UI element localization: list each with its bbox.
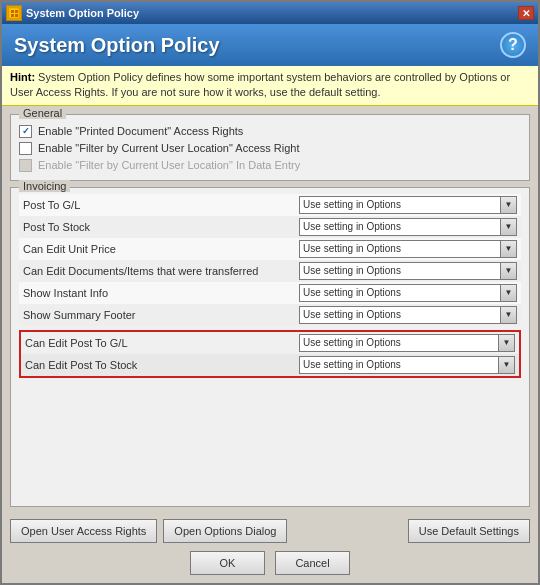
checkbox-label-2: Enable "Filter by Current User Location"… bbox=[38, 142, 300, 154]
hint-text: System Option Policy defines how some im… bbox=[10, 71, 510, 98]
close-button[interactable]: ✕ bbox=[518, 6, 534, 20]
dialog-buttons: OK Cancel bbox=[2, 547, 538, 583]
dropdown-text: Use setting in Options bbox=[300, 197, 500, 213]
svg-rect-3 bbox=[11, 14, 14, 17]
invoicing-settings: Post To G/L Use setting in Options ▼ Pos… bbox=[19, 194, 521, 378]
title-bar-text: System Option Policy bbox=[26, 7, 139, 19]
dropdown-instant-info[interactable]: Use setting in Options ▼ bbox=[299, 284, 517, 302]
dropdown-edit-unit-price[interactable]: Use setting in Options ▼ bbox=[299, 240, 517, 258]
table-row: Show Instant Info Use setting in Options… bbox=[19, 282, 521, 304]
title-bar: System Option Policy ✕ bbox=[2, 2, 538, 24]
row-label: Can Edit Unit Price bbox=[19, 238, 295, 260]
use-default-settings-button[interactable]: Use Default Settings bbox=[408, 519, 530, 543]
table-row: Can Edit Post To G/L Use setting in Opti… bbox=[20, 331, 520, 354]
dropdown-edit-docs[interactable]: Use setting in Options ▼ bbox=[299, 262, 517, 280]
dropdown-text: Use setting in Options bbox=[300, 335, 498, 351]
row-label: Post To Stock bbox=[19, 216, 295, 238]
table-row: Post To G/L Use setting in Options ▼ bbox=[19, 194, 521, 216]
invoicing-group-title: Invoicing bbox=[19, 180, 70, 192]
svg-rect-1 bbox=[11, 10, 14, 13]
dropdown-arrow-icon[interactable]: ▼ bbox=[500, 241, 516, 257]
row-label: Show Summary Footer bbox=[19, 304, 295, 326]
footer-buttons: Open User Access Rights Open Options Dia… bbox=[2, 515, 538, 547]
dropdown-arrow-icon[interactable]: ▼ bbox=[498, 335, 514, 351]
dropdown-text: Use setting in Options bbox=[300, 263, 500, 279]
checkbox-row-1: ✓ Enable "Printed Document" Access Right… bbox=[19, 125, 521, 138]
highlighted-settings-table: Can Edit Post To G/L Use setting in Opti… bbox=[19, 330, 521, 378]
hint-label: Hint: bbox=[10, 71, 35, 83]
checkbox-row-2: Enable "Filter by Current User Location"… bbox=[19, 142, 521, 155]
settings-table: Post To G/L Use setting in Options ▼ Pos… bbox=[19, 194, 521, 326]
table-row: Show Summary Footer Use setting in Optio… bbox=[19, 304, 521, 326]
row-value: Use setting in Options ▼ bbox=[295, 354, 520, 377]
checkbox-label-3: Enable "Filter by Current User Location"… bbox=[38, 159, 300, 171]
dropdown-arrow-icon[interactable]: ▼ bbox=[500, 285, 516, 301]
table-row: Can Edit Post To Stock Use setting in Op… bbox=[20, 354, 520, 377]
dropdown-summary-footer[interactable]: Use setting in Options ▼ bbox=[299, 306, 517, 324]
row-value: Use setting in Options ▼ bbox=[295, 331, 520, 354]
checkbox-printed-doc[interactable]: ✓ bbox=[19, 125, 32, 138]
general-checkboxes: ✓ Enable "Printed Document" Access Right… bbox=[19, 125, 521, 172]
dropdown-text: Use setting in Options bbox=[300, 219, 500, 235]
title-bar-left: System Option Policy bbox=[6, 5, 139, 21]
row-value: Use setting in Options ▼ bbox=[295, 216, 521, 238]
dropdown-arrow-icon[interactable]: ▼ bbox=[500, 197, 516, 213]
row-value: Use setting in Options ▼ bbox=[295, 260, 521, 282]
row-value: Use setting in Options ▼ bbox=[295, 194, 521, 216]
row-value: Use setting in Options ▼ bbox=[295, 282, 521, 304]
table-row: Can Edit Unit Price Use setting in Optio… bbox=[19, 238, 521, 260]
dropdown-post-stock[interactable]: Use setting in Options ▼ bbox=[299, 218, 517, 236]
page-title: System Option Policy bbox=[14, 34, 220, 57]
hint-bar: Hint: System Option Policy defines how s… bbox=[2, 66, 538, 106]
ok-button[interactable]: OK bbox=[190, 551, 265, 575]
row-label: Show Instant Info bbox=[19, 282, 295, 304]
dropdown-edit-post-stock[interactable]: Use setting in Options ▼ bbox=[299, 356, 515, 374]
row-label: Can Edit Documents/Items that were trans… bbox=[19, 260, 295, 282]
dropdown-arrow-icon[interactable]: ▼ bbox=[500, 219, 516, 235]
checkbox-filter-location[interactable] bbox=[19, 142, 32, 155]
dropdown-edit-post-gl[interactable]: Use setting in Options ▼ bbox=[299, 334, 515, 352]
open-options-dialog-button[interactable]: Open Options Dialog bbox=[163, 519, 287, 543]
dropdown-text: Use setting in Options bbox=[300, 285, 500, 301]
checkbox-label-1: Enable "Printed Document" Access Rights bbox=[38, 125, 243, 137]
row-value: Use setting in Options ▼ bbox=[295, 238, 521, 260]
row-label: Post To G/L bbox=[19, 194, 295, 216]
general-group: General ✓ Enable "Printed Document" Acce… bbox=[10, 114, 530, 181]
svg-rect-4 bbox=[15, 14, 18, 17]
dropdown-arrow-icon[interactable]: ▼ bbox=[498, 357, 514, 373]
content-area: General ✓ Enable "Printed Document" Acce… bbox=[2, 106, 538, 515]
dropdown-arrow-icon[interactable]: ▼ bbox=[500, 307, 516, 323]
invoicing-group: Invoicing Post To G/L Use setting in Opt… bbox=[10, 187, 530, 507]
main-window: System Option Policy ✕ System Option Pol… bbox=[0, 0, 540, 585]
row-label: Can Edit Post To Stock bbox=[20, 354, 295, 377]
checkbox-row-3: Enable "Filter by Current User Location"… bbox=[19, 159, 521, 172]
checkbox-filter-data-entry bbox=[19, 159, 32, 172]
window-icon bbox=[6, 5, 22, 21]
row-value: Use setting in Options ▼ bbox=[295, 304, 521, 326]
dropdown-post-gl[interactable]: Use setting in Options ▼ bbox=[299, 196, 517, 214]
help-icon[interactable]: ? bbox=[500, 32, 526, 58]
table-row: Post To Stock Use setting in Options ▼ bbox=[19, 216, 521, 238]
svg-rect-2 bbox=[15, 10, 18, 13]
table-row: Can Edit Documents/Items that were trans… bbox=[19, 260, 521, 282]
footer-left-buttons: Open User Access Rights Open Options Dia… bbox=[10, 519, 287, 543]
dropdown-text: Use setting in Options bbox=[300, 357, 498, 373]
cancel-button[interactable]: Cancel bbox=[275, 551, 350, 575]
open-user-access-button[interactable]: Open User Access Rights bbox=[10, 519, 157, 543]
row-label: Can Edit Post To G/L bbox=[20, 331, 295, 354]
dropdown-text: Use setting in Options bbox=[300, 241, 500, 257]
dropdown-arrow-icon[interactable]: ▼ bbox=[500, 263, 516, 279]
dropdown-text: Use setting in Options bbox=[300, 307, 500, 323]
header-section: System Option Policy ? bbox=[2, 24, 538, 66]
general-group-title: General bbox=[19, 107, 66, 119]
